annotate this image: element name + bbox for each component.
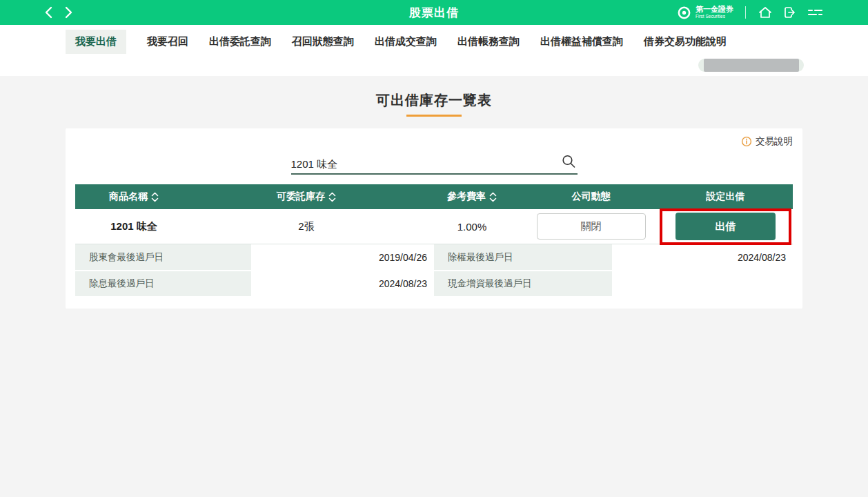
topbar: 股票出借 第一金證券 First Securities	[0, 0, 868, 25]
detail-label: 股東會最後過戶日	[75, 244, 251, 270]
available-inventory-value: 2張	[193, 220, 420, 233]
tab-rights-compensation-query[interactable]: 出借權益補償查詢	[540, 30, 623, 54]
lend-button[interactable]: 出借	[675, 213, 776, 240]
home-icon[interactable]	[758, 5, 773, 20]
redacted-account-bar	[704, 59, 799, 72]
tab-recall[interactable]: 我要召回	[147, 30, 188, 54]
column-company-status: 公司動態	[524, 191, 658, 203]
detail-label: 現金增資最後過戶日	[434, 271, 612, 296]
title-underline	[406, 115, 462, 117]
logout-icon[interactable]	[782, 5, 797, 20]
inventory-table: 商品名稱 可委託庫存 參考費率 公司動態 設定出借	[75, 184, 793, 296]
detail-label: 除權最後過戶日	[434, 244, 612, 270]
stock-name: 1201 味全	[75, 220, 193, 233]
brand-logo-icon	[676, 5, 692, 21]
column-product-name[interactable]: 商品名稱	[75, 191, 193, 203]
forward-chevron-icon[interactable]	[64, 6, 73, 19]
detail-label: 除息最後過戶日	[75, 271, 251, 296]
tab-recall-status-query[interactable]: 召回狀態查詢	[292, 30, 354, 54]
brand-subtitle: First Securities	[696, 14, 733, 19]
stock-search-input[interactable]	[291, 159, 540, 170]
sort-icon	[328, 192, 336, 202]
tab-lend[interactable]: 我要出借	[66, 30, 126, 54]
info-icon	[741, 136, 752, 147]
reference-rate-value: 1.00%	[420, 221, 524, 233]
detail-value: 2024/08/23	[612, 244, 793, 270]
tab-sbl-function-guide[interactable]: 借券交易功能說明	[644, 30, 727, 54]
sort-icon	[489, 192, 497, 202]
tab-lend-order-query[interactable]: 出借委託查詢	[209, 30, 271, 54]
table-header-row: 商品名稱 可委託庫存 參考費率 公司動態 設定出借	[75, 184, 793, 209]
detail-value	[612, 271, 793, 296]
search-icon[interactable]	[561, 154, 578, 170]
tab-lend-account-query[interactable]: 出借帳務查詢	[457, 30, 520, 54]
content-area: 可出借庫存一覽表 交易說明	[0, 76, 868, 497]
stock-search-bar	[291, 154, 578, 175]
topbar-divider	[745, 6, 746, 19]
menu-icon[interactable]	[806, 5, 824, 20]
column-set-lend: 設定出借	[658, 191, 793, 203]
brand-logo: 第一金證券 First Securities	[676, 5, 733, 21]
sort-icon	[151, 192, 159, 202]
detail-row: 股東會最後過戶日 2019/04/26 除權最後過戶日 2024/08/23	[75, 244, 793, 270]
column-available-inventory[interactable]: 可委託庫存	[193, 191, 420, 203]
table-row: 1201 味全 2張 1.00% 關閉 出借	[75, 209, 793, 244]
brand-name: 第一金證券	[696, 6, 733, 13]
back-chevron-icon[interactable]	[44, 6, 53, 19]
main-nav: 我要出借 我要召回 出借委託查詢 召回狀態查詢 出借成交查詢 出借帳務查詢 出借…	[0, 25, 868, 76]
detail-value: 2024/08/23	[251, 271, 434, 296]
column-reference-rate[interactable]: 參考費率	[420, 191, 524, 203]
tab-lend-deal-query[interactable]: 出借成交查詢	[375, 30, 437, 54]
inventory-card: 交易說明 商品名稱 可委託庫存	[66, 128, 802, 309]
page-title: 可出借庫存一覽表	[0, 91, 868, 110]
redacted-account-pill	[698, 59, 804, 72]
company-status-button[interactable]: 關閉	[537, 213, 646, 240]
detail-row: 除息最後過戶日 2024/08/23 現金增資最後過戶日	[75, 270, 793, 296]
trade-instructions-link[interactable]: 交易說明	[741, 135, 793, 148]
detail-value: 2019/04/26	[251, 244, 434, 270]
